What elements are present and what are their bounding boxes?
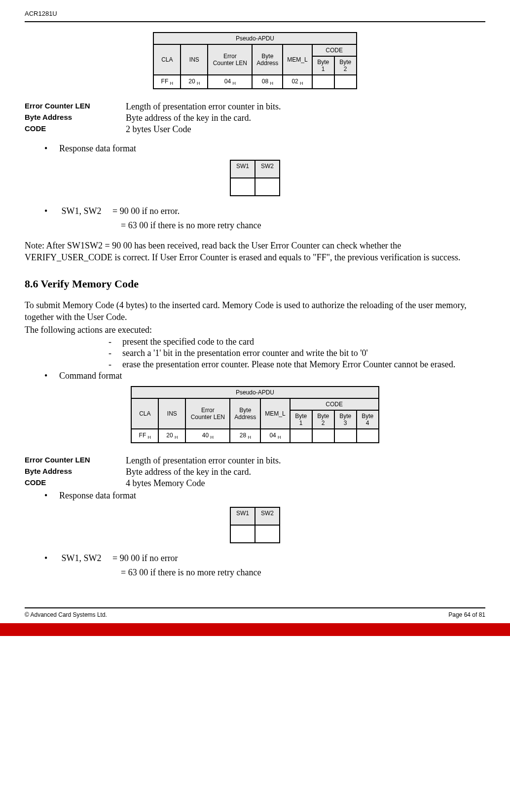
pseudo-apdu-table-1: Pseudo-APDU CLA INS Error Counter LEN By… [153, 32, 357, 89]
td-ecl: 04 H [208, 75, 252, 89]
dash-1: present the specified code to the card [122, 337, 485, 347]
def-ecl-label: Error Counter LEN [25, 102, 126, 112]
th2-b4: Byte 4 [357, 410, 379, 429]
dash-2: search a '1' bit in the presentation err… [122, 348, 485, 358]
def-ba-value: Byte address of the key in the card. [126, 113, 251, 123]
footer-left: © Advanced Card Systems Ltd. [25, 611, 107, 618]
th2-ba: Byte Address [230, 398, 260, 429]
table2-title: Pseudo-APDU [131, 387, 378, 398]
def2-ecl-label: Error Counter LEN [25, 456, 126, 466]
th-b2: Byte 2 [334, 56, 357, 75]
footer-right: Page 64 of 81 [448, 611, 485, 618]
dash-list: -present the specified code to the card … [109, 337, 485, 370]
def-ba-label: Byte Address [25, 113, 126, 123]
resp-sw2: SW2 [255, 160, 280, 178]
bullet-list-1: Response data format [44, 143, 485, 154]
td-ins: 20 H [181, 75, 208, 89]
doc-header: ACR1281U [25, 10, 485, 22]
td-ba: 08 H [252, 75, 283, 89]
th-ins: INS [181, 44, 208, 75]
bullet-list-3: Response data format [44, 491, 485, 501]
td2-cla: FF H [131, 429, 158, 443]
def-ecl-value: Length of presentation error counter in … [126, 102, 281, 112]
th-ba: Byte Address [252, 44, 283, 75]
td-code-b2 [334, 75, 357, 89]
definitions-1: Error Counter LEN Length of presentation… [25, 102, 485, 135]
resp-sw1: SW1 [230, 160, 255, 178]
td2-code-b1 [290, 429, 312, 443]
sw-label: SW1, SW2 [62, 206, 102, 216]
paragraph-1: To submit Memory Code (4 bytes) to the i… [25, 299, 485, 323]
response-table-1: SW1 SW2 [230, 160, 280, 196]
sw2-label: SW1, SW2 [62, 553, 102, 563]
def2-code-label: CODE [25, 478, 126, 489]
td2-ins: 20 H [158, 429, 185, 443]
def2-ba-value: Byte address of the key in the card. [126, 467, 251, 477]
th-cla: CLA [153, 44, 181, 75]
resp2-cell-1 [230, 525, 255, 543]
th2-b1: Byte 1 [290, 410, 312, 429]
bullet-sw: SW1, SW2 = 90 00 if no error. [44, 206, 485, 216]
pseudo-apdu-table-2: Pseudo-APDU CLA INS Error Counter LEN By… [131, 386, 379, 443]
bullet-command-format: Command format [44, 371, 485, 381]
td2-meml: 04 H [260, 429, 290, 443]
bullet-response-format-2: Response data format [44, 491, 485, 501]
definitions-2: Error Counter LEN Length of presentation… [25, 456, 485, 489]
td-code-b1 [312, 75, 334, 89]
def2-ecl-value: Length of presentation error counter in … [126, 456, 281, 466]
doc-footer: © Advanced Card Systems Ltd. Page 64 of … [25, 607, 485, 618]
bullet-list-sw: SW1, SW2 = 90 00 if no error. [44, 206, 485, 216]
td2-ecl: 40 H [185, 429, 230, 443]
th-code: CODE [312, 44, 357, 56]
paragraph-2: The following actions are executed: [25, 324, 485, 336]
resp2-sw1: SW1 [230, 507, 255, 525]
td2-ba: 28 H [230, 429, 260, 443]
th-b1: Byte 1 [312, 56, 334, 75]
def-code-value: 2 bytes User Code [126, 124, 191, 135]
footer-red-bar [0, 623, 510, 636]
bullet-list-2: Command format [44, 371, 485, 381]
resp-cell-2 [255, 178, 280, 196]
resp-cell-1 [230, 178, 255, 196]
dash-3: erase the presentation error counter. Pl… [122, 359, 485, 370]
th2-b3: Byte 3 [334, 410, 357, 429]
section-heading: 8.6 Verify Memory Code [25, 278, 485, 290]
doc-title: ACR1281U [25, 10, 57, 17]
sw2-eq2: = 63 00 if there is no more retry chance [121, 567, 485, 578]
th-ecl: Error Counter LEN [208, 44, 252, 75]
th2-cla: CLA [131, 398, 158, 429]
sw2-eq1: = 90 00 if no error [112, 553, 178, 563]
th2-meml: MEM_L [260, 398, 290, 429]
def-code-label: CODE [25, 124, 126, 135]
def2-ba-label: Byte Address [25, 467, 126, 477]
td2-code-b2 [312, 429, 334, 443]
td-cla: FF H [153, 75, 181, 89]
response-table-2: SW1 SW2 [230, 507, 280, 543]
th2-ins: INS [158, 398, 185, 429]
bullet-sw2: SW1, SW2 = 90 00 if no error [44, 553, 485, 564]
def2-code-value: 4 bytes Memory Code [126, 478, 205, 489]
resp2-cell-2 [255, 525, 280, 543]
sw-eq2: = 63 00 if there is no more retry chance [121, 220, 485, 231]
bullet-response-format: Response data format [44, 143, 485, 154]
td2-code-b3 [334, 429, 357, 443]
th2-b2: Byte 2 [312, 410, 334, 429]
td2-code-b4 [357, 429, 379, 443]
th2-code: CODE [290, 398, 379, 410]
th2-ecl: Error Counter LEN [185, 398, 230, 429]
bullet-list-sw2: SW1, SW2 = 90 00 if no error [44, 553, 485, 564]
note-paragraph: Note: After SW1SW2 = 90 00 has been rece… [25, 240, 485, 264]
table1-title: Pseudo-APDU [153, 33, 356, 44]
resp2-sw2: SW2 [255, 507, 280, 525]
td-meml: 02 H [283, 75, 312, 89]
th-meml: MEM_L [283, 44, 312, 75]
sw-eq1: = 90 00 if no error. [112, 206, 180, 216]
